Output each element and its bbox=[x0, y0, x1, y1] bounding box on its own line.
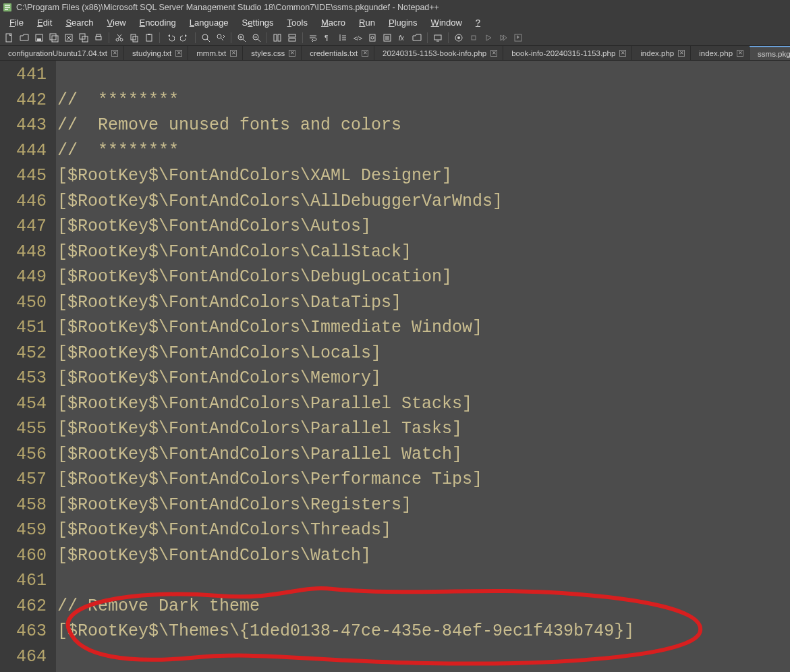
code-line[interactable] bbox=[56, 568, 790, 594]
code-line[interactable]: [$RootKey$\FontAndColors\XAML Designer] bbox=[56, 163, 790, 189]
tab[interactable]: 20240315-1153-book-info.php✕ bbox=[374, 46, 503, 60]
copy-icon[interactable] bbox=[128, 31, 141, 45]
code-line[interactable]: [$RootKey$\FontAndColors\Parallel Tasks] bbox=[56, 416, 790, 442]
menu-window[interactable]: Window bbox=[424, 16, 469, 29]
close-icon[interactable]: ✕ bbox=[490, 50, 497, 57]
code-line[interactable]: [$RootKey$\FontAndColors\Parallel Stacks… bbox=[56, 391, 790, 417]
close-icon[interactable]: ✕ bbox=[111, 50, 118, 57]
code-line[interactable]: [$RootKey$\FontAndColors\DebugLocation] bbox=[56, 264, 790, 290]
indent-guide-icon[interactable] bbox=[336, 31, 349, 45]
tab[interactable]: index.php✕ bbox=[691, 46, 750, 60]
redo-icon[interactable] bbox=[178, 31, 192, 45]
replace-icon[interactable] bbox=[214, 31, 227, 45]
toolbar: ¶ </> fx bbox=[0, 30, 790, 46]
zoom-in-icon[interactable] bbox=[235, 31, 248, 45]
code-line[interactable]: [$RootKey$\FontAndColors\Performance Tip… bbox=[56, 467, 790, 493]
menu-tools[interactable]: Tools bbox=[281, 16, 314, 29]
svg-rect-34 bbox=[434, 35, 441, 40]
save-macro-icon[interactable] bbox=[511, 31, 525, 45]
tab[interactable]: index.php✕ bbox=[632, 46, 691, 60]
title-bar: C:\Program Files (x86)\Microsoft SQL Ser… bbox=[0, 0, 790, 15]
code-line[interactable]: [$RootKey$\FontAndColors\Memory] bbox=[56, 366, 790, 391]
menu-run[interactable]: Run bbox=[352, 16, 382, 29]
menu-edit[interactable]: Edit bbox=[30, 16, 59, 29]
code-area[interactable]: // ********// Remove unused fonts and co… bbox=[56, 61, 790, 672]
find-icon[interactable] bbox=[199, 31, 213, 45]
function-list-icon[interactable]: fx bbox=[395, 31, 409, 45]
code-line[interactable]: [$RootKey$\FontAndColors\DataTips] bbox=[56, 290, 790, 316]
tab[interactable]: credentials.txt✕ bbox=[302, 46, 374, 60]
close-icon[interactable]: ✕ bbox=[230, 50, 237, 57]
code-line[interactable]: [$RootKey$\FontAndColors\Registers] bbox=[56, 493, 790, 518]
svg-rect-13 bbox=[96, 34, 101, 36]
stop-macro-icon[interactable] bbox=[467, 31, 480, 45]
close-icon[interactable]: ✕ bbox=[175, 50, 182, 57]
line-number: 459 bbox=[0, 517, 56, 543]
tab[interactable]: mmm.txt✕ bbox=[188, 46, 243, 60]
undo-icon[interactable] bbox=[163, 31, 177, 45]
monitor-icon[interactable] bbox=[431, 31, 445, 45]
open-folder-icon[interactable] bbox=[18, 31, 31, 45]
close-icon[interactable]: ✕ bbox=[678, 50, 685, 57]
line-number: 442 bbox=[0, 88, 56, 113]
code-line[interactable]: [$RootKey$\FontAndColors\Watch] bbox=[56, 543, 790, 569]
tab[interactable]: studying.txt✕ bbox=[124, 46, 188, 60]
doc-map-icon[interactable] bbox=[366, 31, 379, 45]
close-icon[interactable]: ✕ bbox=[289, 50, 295, 57]
menu-search[interactable]: Search bbox=[59, 16, 100, 29]
wordwrap-icon[interactable] bbox=[306, 31, 320, 45]
code-line[interactable] bbox=[56, 644, 790, 670]
code-line[interactable]: // Remove Dark theme bbox=[56, 594, 790, 619]
code-line[interactable] bbox=[56, 62, 790, 88]
record-macro-icon[interactable] bbox=[452, 31, 465, 45]
tab[interactable]: styles.css✕ bbox=[243, 46, 302, 60]
close-icon[interactable]: ✕ bbox=[619, 50, 626, 57]
close-file-icon[interactable] bbox=[62, 31, 76, 45]
menu-plugins[interactable]: Plugins bbox=[382, 16, 424, 29]
editor[interactable]: 4414424434444454464474484494504514524534… bbox=[0, 61, 790, 672]
menu-language[interactable]: Language bbox=[183, 16, 235, 29]
tab[interactable]: configurationUbuntu17.04.txt✕ bbox=[0, 46, 124, 60]
save-icon[interactable] bbox=[32, 31, 46, 45]
menu-encoding[interactable]: Encoding bbox=[133, 16, 183, 29]
folder-workspace-icon[interactable] bbox=[410, 31, 424, 45]
cut-icon[interactable] bbox=[113, 31, 126, 45]
close-all-icon[interactable] bbox=[77, 31, 90, 45]
code-line[interactable]: [$RootKey$\FontAndColors\Threads] bbox=[56, 517, 790, 543]
close-icon[interactable]: ✕ bbox=[737, 50, 743, 57]
code-line[interactable]: [$RootKey$\FontAndColors\Locals] bbox=[56, 341, 790, 366]
tab[interactable]: ssms.pkgundef✕ bbox=[750, 46, 790, 60]
code-line[interactable]: [$RootKey$\FontAndColors\Autos] bbox=[56, 214, 790, 240]
doc-list-icon[interactable] bbox=[380, 31, 394, 45]
menu-settings[interactable]: Settings bbox=[235, 16, 281, 29]
close-icon[interactable]: ✕ bbox=[362, 50, 368, 57]
sync-vscroll-icon[interactable] bbox=[271, 31, 284, 45]
play-multi-macro-icon[interactable] bbox=[497, 31, 510, 45]
new-file-icon[interactable] bbox=[3, 31, 16, 45]
sync-hscroll-icon[interactable] bbox=[285, 31, 299, 45]
code-line[interactable]: [$RootKey$\Themes\{1ded0138-47ce-435e-84… bbox=[56, 619, 790, 644]
menu-help[interactable]: ? bbox=[469, 16, 487, 29]
paste-icon[interactable] bbox=[142, 31, 156, 45]
code-line[interactable]: // Remove unused fonts and colors bbox=[56, 113, 790, 138]
show-all-chars-icon[interactable]: ¶ bbox=[321, 31, 335, 45]
tab[interactable]: book-info-20240315-1153.php✕ bbox=[503, 46, 632, 60]
code-line[interactable]: [$RootKey$\FontAndColors\Immediate Windo… bbox=[56, 315, 790, 341]
code-line[interactable]: [$RootKey$\FontAndColors\CallStack] bbox=[56, 240, 790, 265]
tab-label: styles.css bbox=[251, 49, 285, 57]
print-icon[interactable] bbox=[92, 31, 105, 45]
menu-file[interactable]: File bbox=[3, 16, 30, 29]
zoom-out-icon[interactable] bbox=[250, 31, 263, 45]
save-all-icon[interactable] bbox=[47, 31, 61, 45]
menu-macro[interactable]: Macro bbox=[314, 16, 352, 29]
code-line[interactable]: // ******** bbox=[56, 138, 790, 164]
code-line[interactable]: // ******** bbox=[56, 88, 790, 113]
line-number: 446 bbox=[0, 189, 56, 215]
code-line[interactable]: [$RootKey$\FontAndColors\Parallel Watch] bbox=[56, 442, 790, 468]
code-line[interactable]: [$RootKey$\FontAndColors\AllDebuggerVarW… bbox=[56, 189, 790, 215]
menu-view[interactable]: View bbox=[101, 16, 133, 29]
play-macro-icon[interactable] bbox=[482, 31, 495, 45]
svg-rect-18 bbox=[146, 34, 152, 41]
udl-icon[interactable]: </> bbox=[351, 31, 364, 45]
line-number: 448 bbox=[0, 240, 56, 265]
